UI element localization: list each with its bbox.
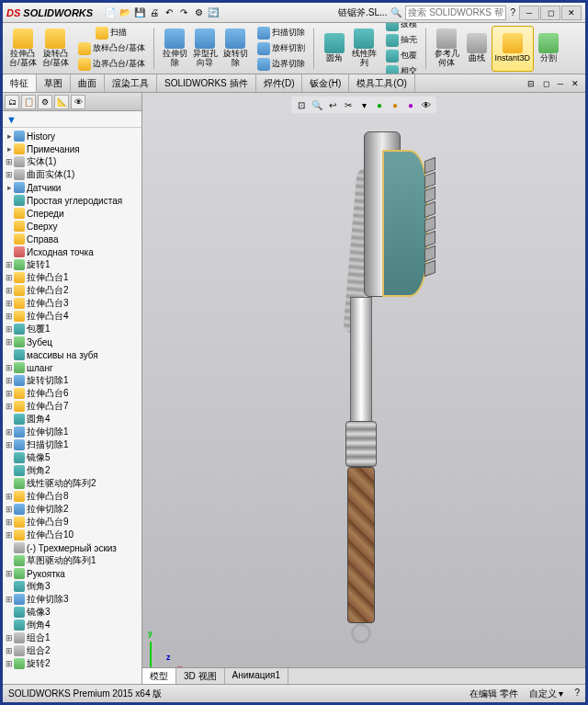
ribbon-button[interactable]: 拉伸切除	[160, 26, 190, 72]
graphics-viewport[interactable]: ⊡ 🔍 ↩ ✂ ▾ ● ● ● 👁	[142, 93, 585, 684]
tree-item[interactable]: ▸Примечания	[3, 142, 141, 155]
expand-icon[interactable]: ⊞	[5, 312, 14, 321]
command-tab[interactable]: 草图	[37, 74, 71, 92]
feature-tree-tab[interactable]: 🗂	[5, 95, 19, 109]
dimxpert-tab[interactable]: 📐	[54, 95, 69, 109]
tree-item[interactable]: ⊞拉伸凸台8	[3, 490, 141, 503]
print-icon[interactable]: 🖨	[148, 6, 161, 19]
search-input[interactable]	[405, 6, 506, 20]
maximize-button[interactable]: ◻	[540, 6, 560, 20]
tree-item[interactable]: ⊞旋转切除1	[3, 374, 141, 387]
new-icon[interactable]: 📄	[104, 6, 117, 19]
tree-item[interactable]: ⊞拉伸凸台1	[3, 271, 141, 284]
command-tab[interactable]: 渲染工具	[105, 74, 157, 92]
expand-icon[interactable]: ⊞	[5, 170, 14, 179]
ribbon-button[interactable]: 扫描	[75, 26, 148, 40]
tree-item[interactable]: ⊞实体(1)	[3, 155, 141, 168]
expand-icon[interactable]: ⊞	[5, 595, 14, 604]
orientation-triad[interactable]: y x z	[150, 632, 187, 669]
tree-item[interactable]: ⊞拉伸凸台2	[3, 284, 141, 297]
tree-item[interactable]: 倒角3	[3, 580, 141, 593]
ribbon-button[interactable]: 曲线	[462, 26, 492, 72]
tree-item[interactable]: ⊞拉伸凸台10	[3, 529, 141, 541]
options-icon[interactable]: ⚙	[192, 6, 205, 19]
expand-icon[interactable]: ⊞	[5, 492, 14, 501]
ribbon-button[interactable]: Instant3D	[492, 26, 535, 72]
tree-item[interactable]: 倒角2	[3, 464, 141, 477]
tree-item[interactable]: 圆角4	[3, 413, 141, 426]
ribbon-button[interactable]: 抽壳	[383, 33, 420, 48]
ribbon-button[interactable]: 参考几何体	[432, 26, 462, 72]
tree-item[interactable]: массивы на зубя	[3, 348, 141, 361]
ribbon-button[interactable]: 旋转凸台/基体	[40, 26, 73, 72]
minimize-button[interactable]: ─	[519, 6, 539, 20]
status-help-icon[interactable]: ?	[574, 688, 580, 700]
tree-item[interactable]: Сверху	[3, 220, 141, 233]
expand-icon[interactable]: ⊞	[5, 273, 14, 282]
ribbon-button[interactable]: 异型孔向导	[190, 26, 220, 72]
tree-item[interactable]: ⊞组合1	[3, 631, 141, 644]
expand-icon[interactable]: ⊞	[5, 569, 14, 578]
bottom-tab[interactable]: 模型	[142, 668, 176, 684]
tree-item[interactable]: 镜像3	[3, 606, 141, 619]
bottom-tab[interactable]: 3D 视图	[176, 668, 225, 684]
window-control-icon[interactable]: ─	[554, 77, 567, 90]
expand-icon[interactable]: ⊞	[5, 440, 14, 449]
expand-icon[interactable]: ▸	[5, 131, 14, 141]
tree-item[interactable]: ⊞Зубец	[3, 335, 141, 348]
tree-item[interactable]: ⊞扫描切除1	[3, 438, 141, 451]
tree-item[interactable]: ⊞组合2	[3, 644, 141, 657]
zoom-area-icon[interactable]: 🔍	[311, 98, 323, 111]
expand-icon[interactable]: ⊞	[5, 402, 14, 411]
expand-icon[interactable]: ⊞	[5, 363, 14, 372]
ribbon-button[interactable]: 扫描切除	[254, 26, 308, 40]
expand-icon[interactable]: ⊞	[5, 286, 14, 295]
expand-icon[interactable]: ⊞	[5, 659, 14, 668]
tree-item[interactable]: ⊞拉伸切除3	[3, 593, 141, 606]
command-tab[interactable]: 曲面	[71, 74, 105, 92]
tree-item[interactable]: ⊞曲面实体(1)	[3, 168, 141, 181]
tree-item[interactable]: ⊞包覆1	[3, 323, 141, 335]
bottom-tab[interactable]: Анимация1	[225, 668, 289, 684]
tree-item[interactable]: ⊞拉伸切除2	[3, 503, 141, 516]
expand-icon[interactable]: ⊞	[5, 157, 14, 166]
window-control-icon[interactable]: ✕	[569, 77, 582, 90]
expand-icon[interactable]: ⊞	[5, 260, 14, 269]
tree-filter[interactable]: ▼	[3, 111, 141, 128]
expand-icon[interactable]: ⊞	[5, 505, 14, 514]
hide-show-icon[interactable]: 👁	[420, 98, 433, 111]
expand-icon[interactable]: ⊞	[5, 646, 14, 655]
expand-icon[interactable]: ▸	[5, 183, 14, 192]
tree-item[interactable]: ▸Датчики	[3, 181, 141, 194]
tree-item[interactable]: (-) Трехмерный эскиз	[3, 541, 141, 554]
tree-item[interactable]: 线性驱动的阵列2	[3, 477, 141, 490]
tree-item[interactable]: ⊞拉伸切除1	[3, 426, 141, 438]
ribbon-button[interactable]: 拔模	[383, 23, 420, 32]
tree-item[interactable]: 倒角4	[3, 619, 141, 631]
ribbon-button[interactable]: 线性阵列	[349, 26, 379, 72]
undo-icon[interactable]: ↶	[163, 6, 175, 19]
tree-item[interactable]: ⊞拉伸凸台9	[3, 516, 141, 529]
command-tab[interactable]: 模具工具(O)	[349, 74, 414, 92]
expand-icon[interactable]: ⊞	[5, 530, 14, 540]
open-icon[interactable]: 📂	[119, 6, 131, 19]
display-tab[interactable]: 👁	[71, 95, 85, 109]
expand-icon[interactable]: ⊞	[5, 324, 14, 334]
window-control-icon[interactable]: ◻	[539, 77, 552, 90]
config-tab[interactable]: ⚙	[38, 95, 52, 109]
tree-item[interactable]: Справа	[3, 233, 141, 245]
tree-item[interactable]: ⊞拉伸凸台3	[3, 297, 141, 310]
tree-item[interactable]: ⊞拉伸凸台7	[3, 400, 141, 413]
expand-icon[interactable]: ⊞	[5, 427, 14, 437]
tree-item[interactable]: ⊞шланг	[3, 361, 141, 374]
help-icon[interactable]: ?	[510, 7, 515, 17]
expand-icon[interactable]: ▸	[5, 144, 14, 154]
tree-item[interactable]: ⊞旋转2	[3, 657, 141, 670]
window-control-icon[interactable]: ⊟	[525, 77, 537, 90]
appear-icon[interactable]: ●	[404, 98, 417, 111]
tree-item[interactable]: 镜像5	[3, 451, 141, 464]
tree-item[interactable]: ▸History	[3, 130, 141, 142]
expand-icon[interactable]: ⊞	[5, 299, 14, 308]
command-tab[interactable]: 焊件(D)	[256, 74, 303, 92]
close-button[interactable]: ✕	[561, 6, 582, 20]
